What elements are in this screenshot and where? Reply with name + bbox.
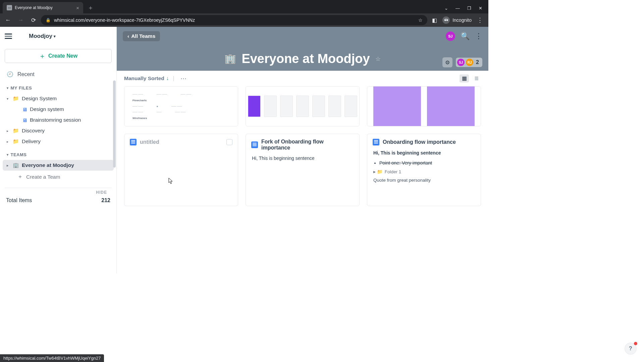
new-tab-button[interactable]: ＋ bbox=[86, 3, 95, 12]
sort-label: Manually Sorted bbox=[124, 75, 164, 81]
folder-delivery[interactable]: ▸ 📁 Delivery bbox=[0, 136, 116, 147]
board-card[interactable]: ─── ────── ────── ─── Flowcharts ─── ───… bbox=[124, 86, 238, 126]
window-minimize-icon[interactable]: ― bbox=[455, 6, 460, 11]
tab-favicon: ▭ bbox=[7, 5, 12, 10]
nav-back-icon[interactable]: ← bbox=[3, 15, 13, 25]
folder-icon: 📁 bbox=[13, 138, 19, 144]
doc-card-fork[interactable]: Fork of Onboarding flow importance Hi, T… bbox=[246, 134, 360, 206]
clock-icon: 🕘 bbox=[7, 71, 13, 77]
sort-arrow-icon: ↓ bbox=[166, 75, 169, 81]
incognito-indicator[interactable]: 🕶 Incognito bbox=[442, 16, 472, 24]
workspace-hero: 🏢 Everyone at Moodjoy ☆ ⚙ SJ RJ 2 bbox=[117, 46, 488, 71]
board-card[interactable] bbox=[367, 86, 481, 126]
board-card[interactable] bbox=[246, 86, 360, 126]
incognito-label: Incognito bbox=[452, 17, 472, 23]
content-toolbar: Manually Sorted ↓ | ⋯ ▦ ≣ bbox=[117, 71, 488, 86]
file-label: Design system bbox=[30, 106, 64, 112]
sort-dropdown[interactable]: Manually Sorted ↓ bbox=[124, 75, 169, 81]
page-title: Everyone at Moodjoy bbox=[241, 52, 370, 66]
file-label: Brainstomring session bbox=[30, 117, 81, 123]
doc-body-text: Hi, This is beginning sentence bbox=[252, 156, 315, 161]
chevron-down-icon: ▾ bbox=[7, 97, 8, 101]
doc-card-onboarding[interactable]: Onboarding flow importance Hi, This is b… bbox=[367, 134, 481, 206]
doc-card-untitled[interactable]: untitled bbox=[124, 134, 238, 206]
sidebar-collapse-icon[interactable] bbox=[5, 34, 12, 39]
main-area: ‹ All Teams SJ 🔍 ⋮ 🏢 Everyone at Moodjoy… bbox=[117, 27, 488, 274]
teams-label: TEAMS bbox=[11, 152, 27, 157]
doc-title: untitled bbox=[140, 139, 159, 145]
folder-name: Folder 1 bbox=[385, 169, 401, 174]
browser-tab[interactable]: ▭ Everyone at Moodjoy × bbox=[3, 2, 83, 13]
create-new-button[interactable]: ＋ Create New bbox=[5, 49, 112, 63]
browser-menu-icon[interactable]: ⋮ bbox=[477, 16, 483, 24]
chevron-left-icon: ‹ bbox=[127, 33, 129, 39]
teams-section[interactable]: ▾ TEAMS bbox=[0, 147, 116, 160]
total-items-count: 212 bbox=[101, 197, 110, 203]
chevron-right-icon: ▸ bbox=[7, 164, 8, 167]
doc-body-text: Hi, This is beginning sentence bbox=[373, 150, 441, 156]
select-checkbox[interactable] bbox=[226, 139, 232, 145]
members-chip[interactable]: SJ RJ 2 bbox=[456, 58, 482, 67]
thumb-label: Flowcharts bbox=[132, 99, 147, 102]
address-bar[interactable]: 🔒 whimsical.com/everyone-in-workspace-7t… bbox=[41, 15, 427, 25]
list-view-toggle[interactable]: ≣ bbox=[472, 74, 481, 82]
back-label: All Teams bbox=[131, 33, 155, 39]
browser-tab-strip: ▭ Everyone at Moodjoy × ＋ ⌄ ― ❐ ✕ bbox=[0, 0, 488, 13]
doc-icon bbox=[373, 139, 379, 145]
tab-close-icon[interactable]: × bbox=[76, 5, 79, 11]
my-files-label: MY FILES bbox=[11, 85, 32, 90]
window-maximize-icon[interactable]: ❐ bbox=[467, 6, 471, 11]
chevron-right-icon: ▸ bbox=[7, 140, 8, 143]
team-label: Everyone at Moodjoy bbox=[22, 162, 74, 168]
recent-label: Recent bbox=[17, 71, 35, 77]
doc-icon bbox=[130, 139, 137, 145]
window-close-icon[interactable]: ✕ bbox=[479, 6, 482, 11]
more-options-icon[interactable]: ⋯ bbox=[180, 75, 186, 82]
board-icon: 🖥 bbox=[22, 107, 27, 112]
bookmark-star-icon[interactable]: ☆ bbox=[418, 17, 423, 23]
file-brainstorming[interactable]: 🖥 Brainstomring session bbox=[0, 115, 116, 125]
thumb-label: Wireframes bbox=[132, 117, 147, 120]
gear-icon: ⚙ bbox=[445, 59, 450, 66]
my-files-section[interactable]: ▾ MY FILES bbox=[0, 80, 116, 93]
create-label: Create New bbox=[48, 53, 77, 59]
nav-forward-icon[interactable]: → bbox=[15, 15, 26, 25]
doc-quote: Quote from great personality bbox=[373, 178, 475, 183]
folder-discovery[interactable]: ▸ 📁 Discovery bbox=[0, 125, 116, 136]
side-panel-icon[interactable]: ◧ bbox=[432, 17, 437, 23]
team-everyone[interactable]: ▸ 🏢 Everyone at Moodjoy bbox=[3, 160, 114, 171]
user-avatar[interactable]: SJ bbox=[446, 32, 455, 41]
grid-view-toggle[interactable]: ▦ bbox=[460, 74, 469, 82]
doc-title: Onboarding flow importance bbox=[383, 139, 456, 145]
tab-overflow-icon[interactable]: ⌄ bbox=[444, 6, 448, 11]
chevron-right-icon: ▸ bbox=[7, 129, 8, 133]
create-team-button[interactable]: ＋ Create a Team bbox=[0, 171, 116, 183]
more-menu-icon[interactable]: ⋮ bbox=[475, 32, 482, 41]
sidebar: Moodjoy ▾ ＋ Create New 🕘 Recent ▾ MY FIL… bbox=[0, 27, 117, 274]
recent-nav[interactable]: 🕘 Recent bbox=[0, 68, 116, 80]
workspace-name: Moodjoy bbox=[29, 33, 52, 40]
plus-icon: ＋ bbox=[39, 52, 46, 61]
doc-list-item: Point one: Very important bbox=[379, 160, 475, 166]
folder-label: Delivery bbox=[22, 138, 41, 144]
incognito-icon: 🕶 bbox=[442, 16, 450, 24]
board-thumbnail bbox=[367, 86, 481, 126]
lock-icon: 🔒 bbox=[46, 18, 51, 22]
workspace-switcher[interactable]: Moodjoy ▾ bbox=[29, 33, 56, 40]
back-to-teams-button[interactable]: ‹ All Teams bbox=[123, 31, 160, 41]
total-items-label: Total Items bbox=[6, 197, 32, 203]
chevron-down-icon: ▾ bbox=[7, 153, 9, 157]
folder-icon: ▸ 📁 bbox=[373, 169, 383, 174]
hide-button[interactable]: HIDE bbox=[0, 188, 116, 195]
sidebar-scrollbar[interactable] bbox=[113, 80, 116, 168]
search-icon[interactable]: 🔍 bbox=[461, 32, 470, 41]
folder-design-system[interactable]: ▾ 📁 Design System bbox=[0, 93, 116, 104]
favorite-star-icon[interactable]: ☆ bbox=[375, 55, 381, 63]
app-topbar: ‹ All Teams SJ 🔍 ⋮ bbox=[117, 27, 488, 46]
file-design-system[interactable]: 🖥 Design system bbox=[0, 104, 116, 115]
divider: | bbox=[173, 75, 174, 81]
doc-title: Fork of Onboarding flow importance bbox=[261, 139, 354, 151]
folder-icon: 📁 bbox=[13, 128, 19, 134]
nav-reload-icon[interactable]: ⟳ bbox=[28, 15, 39, 25]
settings-button[interactable]: ⚙ bbox=[442, 57, 452, 67]
